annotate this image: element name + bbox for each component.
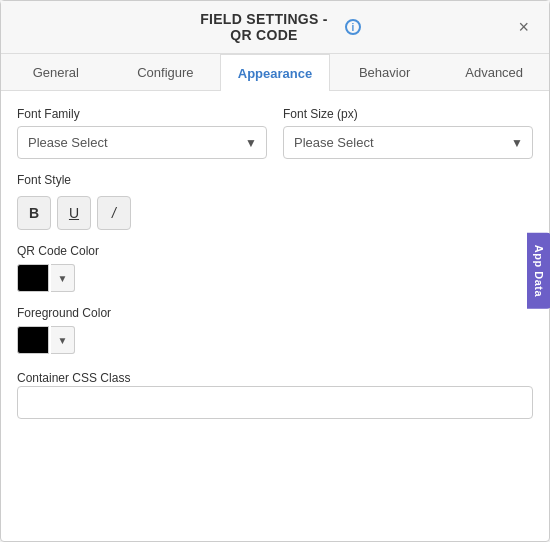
italic-button[interactable]: /	[97, 196, 131, 230]
foreground-color-label: Foreground Color	[17, 306, 533, 320]
font-size-group: Font Size (px) Please Select ▼	[283, 107, 533, 159]
qr-code-color-dropdown-btn[interactable]: ▼	[51, 264, 75, 292]
foreground-color-dropdown-btn[interactable]: ▼	[51, 326, 75, 354]
font-size-select[interactable]: Please Select	[283, 126, 533, 159]
container-css-group: Container CSS Class	[17, 368, 533, 419]
qr-code-color-group: QR Code Color ▼	[17, 244, 533, 292]
close-button[interactable]: ×	[514, 18, 533, 36]
qr-code-color-picker-row: ▼	[17, 264, 533, 292]
tab-configure[interactable]: Configure	[111, 54, 221, 90]
container-css-input[interactable]	[17, 386, 533, 419]
field-settings-modal: FIELD SETTINGS - QR CODE i × General Con…	[0, 0, 550, 542]
font-style-group: Font Style B U /	[17, 173, 533, 230]
foreground-color-group: Foreground Color ▼	[17, 306, 533, 354]
modal-body: Font Family Please Select ▼ Font Size (p…	[1, 91, 549, 541]
app-data-side-tab[interactable]: App Data	[527, 233, 550, 309]
info-icon[interactable]: i	[345, 19, 361, 35]
font-row: Font Family Please Select ▼ Font Size (p…	[17, 107, 533, 159]
modal-title: FIELD SETTINGS - QR CODE	[189, 11, 339, 43]
container-css-label: Container CSS Class	[17, 371, 130, 385]
font-family-label: Font Family	[17, 107, 267, 121]
font-family-select-wrapper: Please Select ▼	[17, 126, 267, 159]
font-style-label: Font Style	[17, 173, 533, 187]
font-size-label: Font Size (px)	[283, 107, 533, 121]
font-family-group: Font Family Please Select ▼	[17, 107, 267, 159]
tabs-bar: General Configure Appearance Behavior Ad…	[1, 54, 549, 91]
qr-code-color-label: QR Code Color	[17, 244, 533, 258]
tab-behavior[interactable]: Behavior	[330, 54, 440, 90]
foreground-color-picker-row: ▼	[17, 326, 533, 354]
font-style-buttons: B U /	[17, 196, 533, 230]
qr-code-color-swatch[interactable]	[17, 264, 49, 292]
font-size-select-wrapper: Please Select ▼	[283, 126, 533, 159]
bold-button[interactable]: B	[17, 196, 51, 230]
font-family-select[interactable]: Please Select	[17, 126, 267, 159]
tab-general[interactable]: General	[1, 54, 111, 90]
tab-appearance[interactable]: Appearance	[220, 54, 330, 91]
tab-advanced[interactable]: Advanced	[439, 54, 549, 90]
foreground-color-swatch[interactable]	[17, 326, 49, 354]
modal-header: FIELD SETTINGS - QR CODE i ×	[1, 1, 549, 54]
underline-button[interactable]: U	[57, 196, 91, 230]
